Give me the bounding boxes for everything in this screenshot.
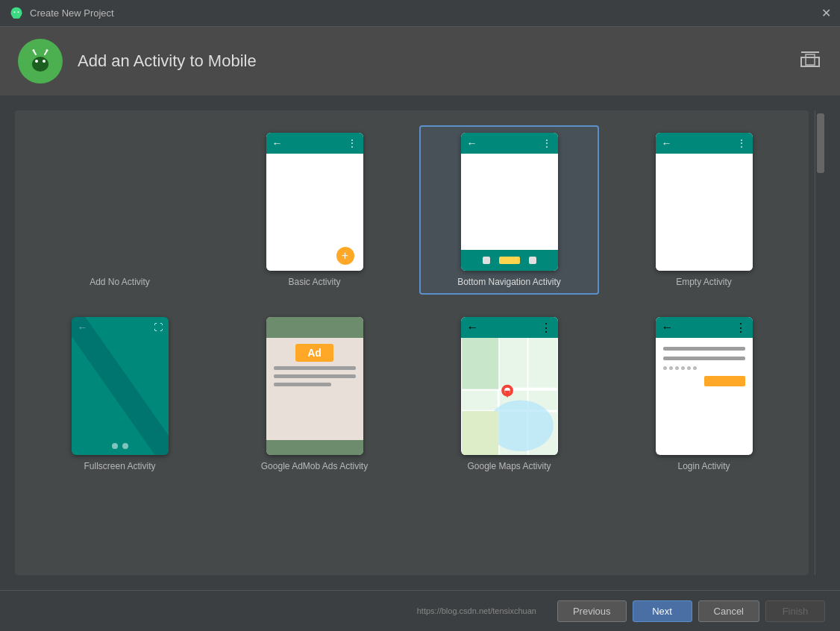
fullscreen-dots	[112, 443, 128, 449]
svg-line-15	[72, 317, 169, 455]
login-top-bar: ← ⋮	[656, 317, 753, 338]
admob-bottom-bar	[266, 440, 363, 455]
maps-body	[461, 338, 558, 455]
admob-line-2	[274, 374, 356, 378]
fullscreen-activity-label: Fullscreen Activity	[84, 461, 155, 471]
login-activity-tile[interactable]: ← ⋮	[614, 310, 794, 479]
empty-top-bar: ← ⋮	[656, 133, 753, 154]
fullscreen-preview: ← ⛶	[72, 317, 169, 455]
login-button	[704, 376, 745, 386]
login-field-1	[663, 347, 745, 351]
bottom-nav-bar	[461, 250, 558, 271]
login-password-dots	[663, 366, 745, 370]
svg-point-2	[18, 11, 19, 13]
finish-button: Finish	[765, 600, 825, 622]
menu-dots-icon: ⋮	[542, 138, 552, 148]
admob-top-bar	[266, 317, 363, 338]
svg-rect-14	[806, 54, 815, 65]
admob-preview: Ad	[266, 317, 363, 455]
menu-dots-icon: ⋮	[348, 138, 357, 148]
svg-rect-3	[13, 13, 20, 18]
empty-activity-label: Empty Activity	[676, 277, 732, 287]
main-content: Add No Activity ← ⋮ + Basic Activity	[0, 95, 840, 590]
window-title: Create New Project	[30, 7, 114, 19]
activity-grid-wrapper[interactable]: Add No Activity ← ⋮ + Basic Activity	[15, 110, 809, 575]
menu-dots-icon: ⋮	[735, 321, 747, 335]
menu-dots-icon: ⋮	[540, 321, 552, 335]
back-arrow-icon: ←	[662, 137, 672, 149]
layout-icon	[798, 47, 822, 75]
title-bar: Create New Project ✕	[0, 0, 840, 27]
footer: https://blog.csdn.net/tensixchuan Previo…	[0, 590, 840, 631]
cancel-button[interactable]: Cancel	[698, 600, 759, 622]
no-activity-label: Add No Activity	[90, 277, 150, 287]
fab-icon: +	[336, 247, 354, 265]
admob-line-3	[274, 383, 331, 386]
scrollbar-thumb[interactable]	[817, 113, 824, 173]
admob-body: Ad	[266, 338, 363, 440]
nav-item-1	[483, 257, 490, 264]
close-button[interactable]: ✕	[821, 7, 831, 19]
login-activity-label: Login Activity	[677, 461, 730, 471]
basic-activity-tile[interactable]: ← ⋮ + Basic Activity	[225, 125, 404, 295]
no-activity-tile[interactable]: Add No Activity	[30, 125, 210, 295]
ad-banner: Ad	[295, 344, 333, 362]
maps-activity-label: Google Maps Activity	[467, 461, 551, 471]
bottom-nav-activity-tile[interactable]: ← ⋮ Bottom Navigation Activity	[419, 125, 599, 295]
svg-point-11	[46, 49, 48, 51]
basic-activity-label: Basic Activity	[288, 277, 340, 287]
empty-activity-tile[interactable]: ← ⋮ Empty Activity	[614, 125, 794, 295]
previous-button[interactable]: Previous	[557, 600, 627, 622]
login-body	[656, 338, 753, 455]
svg-point-10	[33, 49, 35, 51]
fullscreen-diagonal-icon	[72, 317, 169, 455]
no-activity-preview	[72, 133, 169, 271]
back-arrow-icon: ←	[467, 137, 477, 149]
nav-item-2	[499, 257, 520, 264]
bottom-nav-top-bar: ← ⋮	[461, 133, 558, 154]
back-arrow-icon: ←	[662, 321, 674, 334]
footer-url: https://blog.csdn.net/tensixchuan	[15, 606, 551, 615]
bottom-nav-preview: ← ⋮	[461, 133, 558, 271]
svg-point-6	[35, 60, 38, 63]
admob-activity-label: Google AdMob Ads Activity	[261, 461, 368, 471]
bottom-nav-body	[461, 154, 558, 250]
back-arrow-icon: ←	[272, 137, 283, 149]
activity-grid: Add No Activity ← ⋮ + Basic Activity	[30, 125, 794, 479]
page-title: Add an Activity to Mobile	[78, 51, 257, 71]
empty-activity-preview: ← ⋮	[656, 133, 753, 271]
basic-activity-preview: ← ⋮ +	[266, 133, 363, 271]
scrollbar[interactable]	[815, 110, 825, 575]
login-preview: ← ⋮	[656, 317, 753, 455]
basic-top-bar: ← ⋮	[266, 133, 363, 154]
svg-rect-22	[462, 338, 498, 389]
nav-item-3	[529, 257, 536, 264]
menu-dots-icon: ⋮	[737, 138, 747, 148]
next-button[interactable]: Next	[633, 600, 692, 622]
basic-body: +	[266, 154, 363, 271]
bottom-nav-label: Bottom Navigation Activity	[457, 277, 561, 287]
maps-activity-tile[interactable]: ← ⋮	[419, 310, 599, 479]
svg-point-5	[32, 57, 48, 72]
fullscreen-activity-tile[interactable]: ← ⛶ Fullscreen Activity	[30, 310, 210, 479]
svg-point-1	[14, 11, 16, 13]
back-arrow-icon: ←	[467, 321, 479, 334]
android-studio-icon	[18, 39, 63, 84]
wizard-header: Add an Activity to Mobile	[0, 27, 840, 95]
svg-rect-12	[801, 51, 819, 53]
maps-preview: ← ⋮	[461, 317, 558, 455]
title-bar-left: Create New Project	[9, 6, 114, 21]
svg-point-7	[43, 60, 46, 63]
header-left: Add an Activity to Mobile	[18, 39, 257, 84]
admob-line-1	[274, 366, 356, 370]
maps-top-bar: ← ⋮	[461, 317, 558, 338]
empty-body	[656, 154, 753, 271]
admob-activity-tile[interactable]: Ad Google AdMob Ads Activity	[225, 310, 404, 479]
login-field-2	[663, 357, 745, 360]
android-logo-icon	[9, 6, 24, 21]
svg-rect-23	[462, 411, 498, 455]
